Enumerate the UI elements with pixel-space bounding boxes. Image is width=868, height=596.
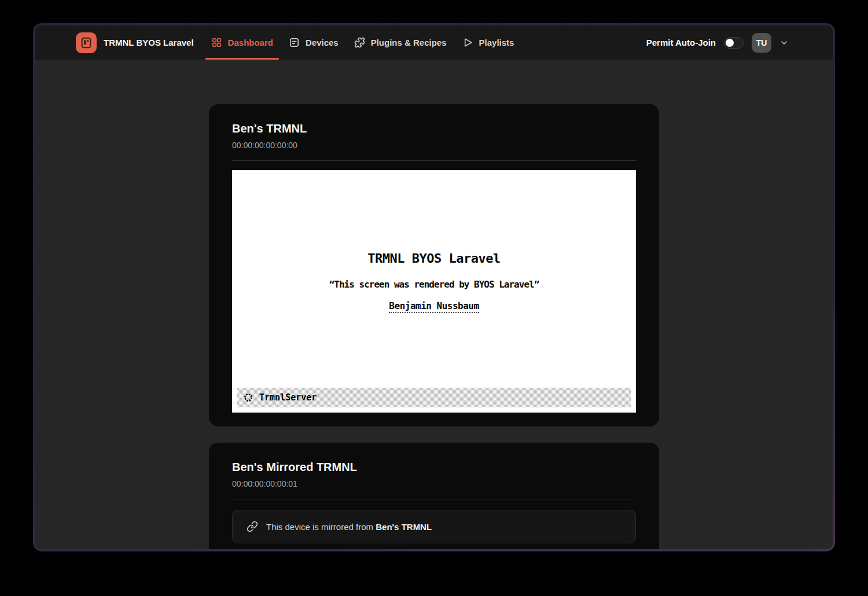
toggle-knob bbox=[726, 39, 734, 47]
play-icon bbox=[462, 37, 473, 48]
app-title: TRMNL BYOS Laravel bbox=[104, 38, 194, 47]
puzzle-icon bbox=[354, 37, 365, 48]
link-icon bbox=[247, 521, 258, 532]
card-divider bbox=[232, 160, 636, 161]
device-mac-address: 00:00:00:00:00:01 bbox=[232, 478, 636, 490]
screen-status-bar: TrmnlServer bbox=[237, 388, 631, 407]
active-tab-indicator bbox=[205, 58, 279, 60]
app-window-frame: TRMNL BYOS Laravel Dashboard bbox=[33, 23, 835, 551]
device-name: Ben's TRMNL bbox=[232, 120, 636, 137]
mirror-notice-text: This device is mirrored from Ben's TRMNL bbox=[266, 522, 432, 532]
card-divider bbox=[232, 499, 636, 499]
device-card-bens-mirrored-trmnl: Ben's Mirrored TRMNL 00:00:00:00:00:01 T… bbox=[209, 443, 659, 549]
permit-auto-join-label: Permit Auto-Join bbox=[646, 38, 716, 47]
trmnl-logo-icon bbox=[76, 32, 97, 53]
grid-icon bbox=[211, 37, 222, 48]
mirror-source-device: Ben's TRMNL bbox=[376, 522, 432, 532]
main-nav: Dashboard Devices bbox=[211, 25, 514, 60]
tab-playlists[interactable]: Playlists bbox=[462, 25, 514, 60]
permit-auto-join-toggle[interactable] bbox=[724, 37, 744, 49]
device-list-icon bbox=[289, 37, 300, 48]
status-bar-label: TrmnlServer bbox=[259, 392, 317, 403]
screen-title: TRMNL BYOS Laravel bbox=[232, 251, 636, 266]
tab-devices[interactable]: Devices bbox=[289, 25, 339, 60]
screen-quote: “This screen was rendered by BYOS Larave… bbox=[232, 279, 636, 290]
tab-label: Devices bbox=[306, 38, 339, 47]
device-screen-preview: TRMNL BYOS Laravel “This screen was rend… bbox=[232, 170, 636, 413]
device-mac-address: 00:00:00:00:00:00 bbox=[232, 139, 636, 151]
dashboard-main: Ben's TRMNL 00:00:00:00:00:00 TRMNL BYOS… bbox=[35, 60, 833, 549]
spinner-icon bbox=[243, 392, 253, 403]
chevron-down-icon[interactable] bbox=[779, 38, 789, 47]
navbar: TRMNL BYOS Laravel Dashboard bbox=[35, 25, 833, 60]
tab-label: Dashboard bbox=[228, 38, 273, 47]
tab-dashboard[interactable]: Dashboard bbox=[211, 25, 273, 60]
tab-label: Playlists bbox=[479, 38, 514, 47]
mirror-notice-prefix: This device is mirrored from bbox=[266, 522, 373, 532]
user-avatar[interactable]: TU bbox=[752, 33, 771, 53]
device-name: Ben's Mirrored TRMNL bbox=[232, 459, 636, 475]
screen-content: TRMNL BYOS Laravel “This screen was rend… bbox=[232, 251, 636, 313]
app-window: TRMNL BYOS Laravel Dashboard bbox=[35, 25, 833, 549]
screen-author: Benjamin Nussbaum bbox=[389, 300, 479, 313]
tab-plugins-recipes[interactable]: Plugins & Recipes bbox=[354, 25, 447, 60]
tab-label: Plugins & Recipes bbox=[371, 38, 447, 47]
navbar-right: Permit Auto-Join TU bbox=[646, 33, 789, 53]
mirror-notice: This device is mirrored from Ben's TRMNL bbox=[232, 510, 636, 543]
device-card-bens-trmnl: Ben's TRMNL 00:00:00:00:00:00 TRMNL BYOS… bbox=[209, 104, 659, 426]
brand: TRMNL BYOS Laravel bbox=[76, 32, 194, 53]
